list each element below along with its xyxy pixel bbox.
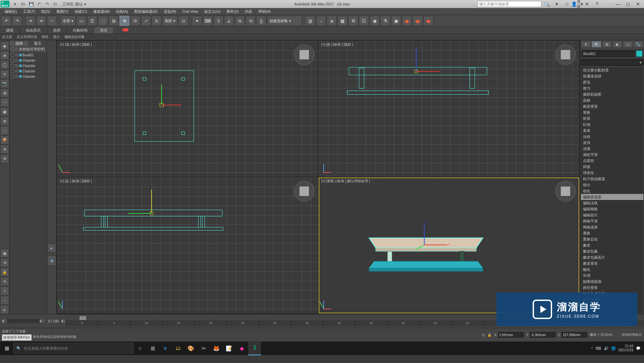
se-lights-icon[interactable]: ☀ (0, 70, 9, 79)
layer-explorer-button[interactable]: ≣ (327, 16, 337, 26)
select-and-place-button[interactable]: ⎘ (152, 16, 162, 26)
app-pink-icon[interactable]: ◆ (235, 342, 248, 355)
edit-named-selset-button[interactable]: {} (256, 16, 266, 26)
mod-item[interactable]: 置换近似 (581, 236, 643, 242)
mod-item[interactable]: 按元素分配材质 (581, 67, 643, 73)
ribbon-tab-modeling[interactable]: 建模 (0, 27, 20, 34)
se-shapes-icon[interactable]: ◯ (0, 60, 9, 69)
schematic-view-button[interactable]: ⿻ (359, 16, 369, 26)
notification-icon[interactable]: 💬 (636, 346, 641, 351)
se-spacewarps-icon[interactable]: 〰 (0, 98, 9, 107)
taskview-icon[interactable]: ⊞ (146, 342, 159, 355)
viewport-left[interactable]: [+] [左 ] [标准 ] [线框 ] (57, 177, 318, 313)
mod-item[interactable]: 松弛 (581, 121, 643, 127)
mod-item[interactable]: 摄影机贴图 (581, 91, 643, 97)
close-button[interactable]: ✕ (633, 1, 643, 7)
menu-rendering[interactable]: 渲染(R) (161, 8, 179, 15)
selection-filter-dropdown[interactable]: 全部▾ (60, 16, 76, 26)
object-color-swatch[interactable] (636, 50, 643, 57)
tray-volume-icon[interactable]: 🔊 (604, 346, 608, 351)
snap-toggle-3d-button[interactable]: 3 (213, 16, 223, 26)
minimize-button[interactable]: — (613, 1, 623, 7)
redo-button[interactable]: ↷ (12, 16, 22, 26)
select-object-button[interactable]: ▭ (76, 16, 87, 26)
menu-help[interactable]: 帮助(H) (256, 8, 273, 15)
paint-icon[interactable]: 🎨 (184, 342, 197, 355)
se-hidden-icon[interactable]: 👁 (0, 154, 9, 163)
mod-item[interactable]: 编辑法线 (581, 200, 643, 206)
coord-z-field[interactable] (561, 332, 587, 338)
se-sort-header[interactable]: 名称(按升序排序) (19, 47, 45, 52)
menu-animation[interactable]: 动画(A) (113, 8, 131, 15)
mod-item[interactable]: 曲面变形 (581, 103, 643, 109)
se-xrefs-icon[interactable]: ⧉ (0, 117, 9, 125)
mod-item[interactable]: 按通道选择 (581, 73, 643, 79)
menu-civilview[interactable]: Civil View (179, 9, 201, 14)
viewcube-front[interactable] (555, 44, 576, 65)
link-button[interactable]: ⚭ (25, 16, 36, 26)
subscription-icon[interactable]: ✦ (552, 1, 561, 7)
toggle-ribbon-button[interactable]: ▦ (337, 16, 347, 26)
render-production-button[interactable]: 🫖 (402, 16, 412, 26)
subribbon-flow[interactable]: 定义流 (2, 35, 12, 39)
se-lock-icon[interactable]: 🔒 (0, 268, 9, 276)
infocenter-search[interactable] (478, 1, 541, 7)
coord-y-field[interactable] (530, 332, 555, 338)
new-icon[interactable]: ▾ (11, 0, 19, 8)
subribbon-editsel[interactable]: 编辑选定对象 (64, 35, 85, 39)
project-icon[interactable]: 🗀 (52, 0, 59, 8)
refcoord-dropdown[interactable]: 视图▾ (162, 16, 178, 26)
se-sync-icon[interactable]: ⟲ (0, 258, 9, 267)
menu-grapheditors[interactable]: 图形编辑器(D) (131, 8, 160, 15)
mod-item[interactable]: 贴图缩放器 (581, 278, 643, 284)
tray-network-icon[interactable]: 🌐 (611, 346, 616, 351)
favorite-icon[interactable]: ☆ (562, 1, 572, 7)
unlink-button[interactable]: ⚮ (36, 16, 46, 26)
mod-item[interactable]: 网格平滑 (581, 218, 643, 224)
viewcube-persp[interactable] (555, 181, 576, 202)
firefox-icon[interactable]: 🦊 (210, 342, 223, 355)
subribbon-simulate[interactable]: 模拟 (42, 35, 48, 39)
cp-create-icon[interactable]: ✳ (581, 41, 591, 48)
modifier-list[interactable]: 按元素分配材质 按通道选择 挤压 推力 摄影机贴图 晶格 曲面变形 替换 材质 … (581, 67, 643, 313)
menu-create[interactable]: 创建(C) (72, 8, 90, 15)
exchange-icon[interactable]: ✕ (582, 1, 592, 7)
help-icon[interactable]: ? (592, 1, 602, 7)
mod-item[interactable]: 球形化 (581, 170, 643, 176)
cp-display-icon[interactable]: ▢ (623, 41, 633, 48)
use-pivot-center-button[interactable]: ⊙ (178, 16, 189, 26)
se-frozen-icon[interactable]: ❄ (0, 145, 9, 154)
ribbon-tab-selection[interactable]: 选择 (47, 27, 67, 34)
se-item-chamfer3[interactable]: Chamfer (10, 68, 47, 74)
render-activeshade-button[interactable]: 🫖 (423, 16, 433, 26)
timeline-prev-icon[interactable]: ◂ (61, 318, 66, 324)
mod-item[interactable]: 焊接 (581, 164, 643, 170)
menu-maxscript[interactable]: 脚本(S) (224, 8, 241, 15)
angle-snap-button[interactable]: ∠ (224, 16, 234, 26)
select-and-scale-button[interactable]: ⤢ (141, 16, 151, 26)
se-pick-icon[interactable]: ✎ (0, 277, 9, 286)
hscroll-left-icon[interactable]: ◂ (1, 318, 7, 324)
mod-item[interactable]: 编辑面片 (581, 212, 643, 218)
menu-tools[interactable]: 工具(T) (20, 8, 38, 15)
viewport-front[interactable]: [+] [前 ] [标准 ] [线框 ] (319, 41, 579, 177)
spinner-snap-button[interactable]: ⟲ (246, 16, 256, 26)
menu-content[interactable]: 内容 (242, 8, 255, 15)
mod-item[interactable]: 柔体 (581, 127, 643, 134)
taskbar-search[interactable]: 🔍 在这里输入你要搜索的内容 (13, 343, 133, 354)
select-manipulate-button[interactable]: ✦ (192, 16, 202, 26)
mod-item[interactable]: 替换 (581, 109, 643, 115)
se-helpers-icon[interactable]: ⊞ (0, 89, 9, 97)
maxscript-welcome[interactable]: 欢迎使用 MAXScr (2, 334, 32, 341)
mod-item[interactable]: 粒子面创建器 (581, 176, 643, 182)
system-clock[interactable]: 21:432021/1/29 (619, 344, 634, 352)
curve-editor-button[interactable]: ⧉ (348, 16, 358, 26)
material-editor-button[interactable]: ◉ (370, 16, 380, 26)
align-button[interactable]: ⫠ (316, 16, 326, 26)
vp-left-label[interactable]: [+] [左 ] [标准 ] [线框 ] (60, 179, 92, 184)
mod-item[interactable]: 融化 (581, 266, 643, 272)
cortana-icon[interactable]: ○ (133, 342, 146, 355)
se-groups-icon[interactable]: ▣ (0, 107, 9, 116)
snip-icon[interactable]: ✂ (197, 342, 210, 355)
mod-item[interactable]: 波浪 (581, 140, 643, 146)
